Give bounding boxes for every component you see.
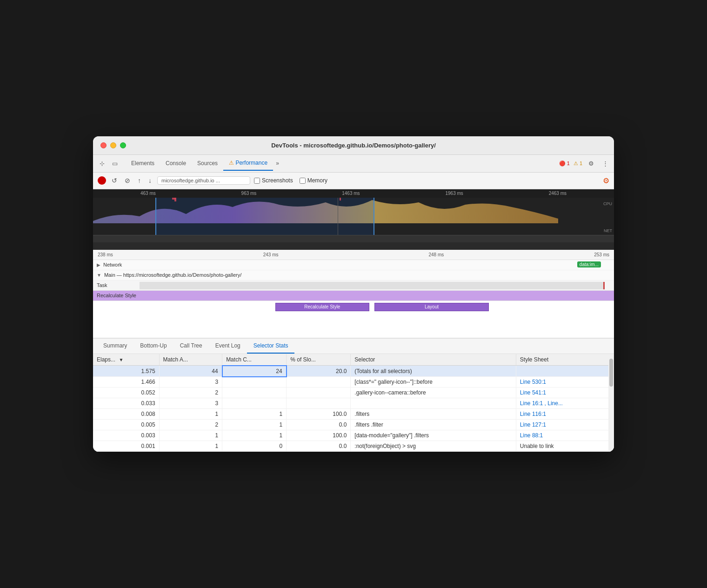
cell-selector-4: .filters [351, 409, 516, 420]
cell-selector-0: (Totals for all selectors) [351, 366, 516, 377]
cell-elapsed-4: 0.008 [93, 409, 159, 420]
timeline-graph[interactable]: CPU NET [93, 198, 614, 235]
col-selector[interactable]: Selector [351, 354, 516, 366]
link-3[interactable]: Line 16:1 , Line... [520, 400, 563, 407]
tab-bar: Elements Console Sources ⚠ Performance » [126, 156, 557, 171]
main-row[interactable]: ▼ Main — https://microsoftedge.github.io… [93, 270, 614, 281]
cell-elapsed-1: 1.466 [93, 377, 159, 388]
table-row[interactable]: 0.001 1 0 0.0 :not(foreignObject) > svg … [93, 441, 614, 452]
timeline-bottom-ruler: 238 ms 243 ms 248 ms 253 ms [93, 250, 614, 260]
memory-input[interactable] [300, 178, 306, 184]
network-badge: data:im... [577, 261, 601, 267]
inspect-icon[interactable]: ⊹ [97, 158, 107, 168]
cell-pct-7: 0.0 [287, 441, 351, 452]
table-header-row: Elaps... ▼ Match A... Match C... % of Sl… [93, 354, 614, 366]
tab-bottom-up[interactable]: Bottom-Up [133, 339, 173, 354]
cell-match-a-5: 2 [159, 420, 222, 430]
tab-more[interactable]: » [273, 158, 282, 168]
upload-icon[interactable]: ↑ [136, 176, 143, 185]
record-button[interactable] [98, 176, 106, 185]
bottom-mark-1: 238 ms [98, 252, 113, 257]
window-title: DevTools - microsoftedge.github.io/Demos… [100, 142, 607, 149]
more-options-icon[interactable]: ⋮ [600, 158, 610, 168]
bottom-mark-3: 248 ms [428, 252, 444, 257]
col-match-a[interactable]: Match A... [159, 354, 222, 366]
tab-event-log[interactable]: Event Log [209, 339, 247, 354]
minimize-button[interactable] [110, 142, 116, 148]
device-icon[interactable]: ▭ [110, 158, 120, 168]
table-row[interactable]: 0.008 1 1 100.0 .filters Line 116:1 [93, 409, 614, 420]
network-expand-icon[interactable]: ▶ [97, 262, 100, 267]
table-row[interactable]: 0.003 1 1 100.0 [data-module="gallery"] … [93, 430, 614, 441]
cell-selector-7: :not(foreignObject) > svg [351, 441, 516, 452]
timeline-selection[interactable] [155, 198, 374, 235]
tab-console[interactable]: Console [160, 156, 192, 170]
link-4[interactable]: Line 116:1 [520, 411, 546, 417]
table-row[interactable]: 1.466 3 [class*=" gallery-icon--"]::befo… [93, 377, 614, 388]
refresh-icon[interactable]: ↺ [110, 176, 119, 185]
tab-selector-stats[interactable]: Selector Stats [247, 339, 295, 354]
vertical-scrollbar[interactable] [608, 354, 614, 452]
cell-match-a-6: 1 [159, 430, 222, 441]
cell-match-a-2: 2 [159, 388, 222, 398]
cell-elapsed-6: 0.003 [93, 430, 159, 441]
main-expand-icon[interactable]: ▼ [97, 273, 101, 278]
col-sheet[interactable]: Style Sheet [516, 354, 614, 366]
link-6[interactable]: Line 88:1 [520, 432, 543, 439]
tab-sources[interactable]: Sources [192, 156, 223, 170]
timeline-marker [338, 198, 338, 235]
maximize-button[interactable] [120, 142, 126, 148]
layout-block: Layout [374, 303, 489, 311]
ruler-mark-5: 2463 ms [549, 191, 567, 196]
ruler-mark-1: 463 ms [140, 191, 156, 196]
tab-call-tree[interactable]: Call Tree [173, 339, 209, 354]
net-label: NET [604, 228, 612, 233]
download-icon[interactable]: ↓ [147, 176, 153, 185]
close-button[interactable] [100, 142, 107, 148]
network-row[interactable]: ▶ Network data:im... [93, 260, 614, 270]
perf-settings-icon[interactable]: ⚙ [603, 177, 609, 185]
flame-chart[interactable]: Recalculate Style Layout [93, 301, 614, 338]
link-5[interactable]: Line 127:1 [520, 421, 546, 428]
table-container: Elaps... ▼ Match A... Match C... % of Sl… [93, 354, 614, 452]
bottom-panel: Summary Bottom-Up Call Tree Event Log Se… [93, 339, 614, 452]
stop-icon[interactable]: ⊘ [123, 176, 132, 185]
table-row[interactable]: 0.005 2 1 0.0 .filters .filter Line 127:… [93, 420, 614, 430]
cell-pct-5: 0.0 [287, 420, 351, 430]
cell-selector-5: .filters .filter [351, 420, 516, 430]
ruler-mark-4: 1963 ms [445, 191, 463, 196]
scrollbar-thumb[interactable] [609, 359, 613, 387]
cell-match-a-0: 44 [159, 366, 222, 377]
cell-match-a-1: 3 [159, 377, 222, 388]
url-display: microsoftedge.github.io ... [157, 176, 250, 185]
screenshots-checkbox[interactable]: Screenshots [254, 177, 293, 184]
cell-pct-6: 100.0 [287, 430, 351, 441]
col-elapsed[interactable]: Elaps... ▼ [93, 354, 159, 366]
toolbar-right: 🔴 1 ⚠ 1 ⚙ ⋮ [559, 158, 610, 168]
recalc-label: Recalculate Style [97, 293, 136, 298]
bottom-tabs: Summary Bottom-Up Call Tree Event Log Se… [93, 339, 614, 354]
timeline-ruler: 463 ms 963 ms 1463 ms 1963 ms 2463 ms [93, 189, 614, 198]
cell-sheet-7: Unable to link [516, 441, 614, 452]
cell-sheet-5: Line 127:1 [516, 420, 614, 430]
col-match-c[interactable]: Match C... [222, 354, 287, 366]
tab-performance[interactable]: ⚠ Performance [223, 156, 273, 171]
screenshots-input[interactable] [254, 178, 260, 184]
link-2[interactable]: Line 541:1 [520, 389, 546, 396]
settings-icon[interactable]: ⚙ [586, 158, 596, 168]
col-pct[interactable]: % of Slo... [287, 354, 351, 366]
link-1[interactable]: Line 530:1 [520, 379, 546, 385]
table-row[interactable]: 1.575 44 24 20.0 (Totals for all selecto… [93, 366, 614, 377]
cell-sheet-3: Line 16:1 , Line... [516, 398, 614, 409]
memory-checkbox[interactable]: Memory [300, 177, 327, 184]
table-row[interactable]: 0.033 3 Line 16:1 , Line... [93, 398, 614, 409]
cell-match-a-3: 3 [159, 398, 222, 409]
table-row[interactable]: 0.052 2 .gallery-icon--camera::before Li… [93, 388, 614, 398]
bottom-mark-4: 253 ms [594, 252, 609, 257]
cell-pct-0: 20.0 [287, 366, 351, 377]
cell-elapsed-5: 0.005 [93, 420, 159, 430]
tab-elements[interactable]: Elements [126, 156, 160, 170]
cell-pct-2 [287, 388, 351, 398]
tab-summary[interactable]: Summary [97, 339, 133, 354]
cell-selector-6: [data-module="gallery"] .filters [351, 430, 516, 441]
